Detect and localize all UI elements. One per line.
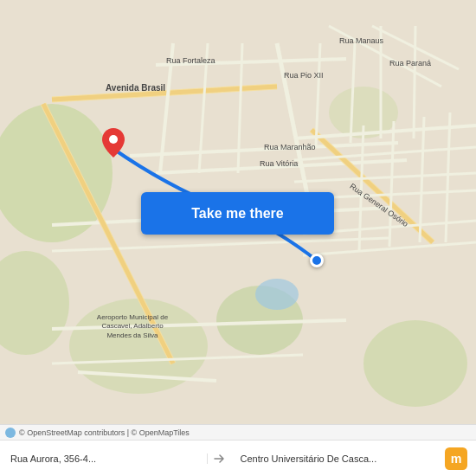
bottom-bar: Rua Aurora, 356-4... Centro Universitári… (0, 440, 476, 476)
location-pin (102, 128, 125, 158)
osm-logo-icon (5, 428, 16, 438)
arrow-icon (211, 451, 227, 466)
copyright-text: © OpenStreetMap contributors | © OpenMap… (19, 428, 190, 437)
svg-point-42 (109, 135, 118, 144)
destination-dot (310, 254, 324, 267)
svg-line-22 (414, 26, 415, 138)
svg-point-7 (255, 279, 299, 310)
map-container: Rua Fortaleza Avenida Brasil Rua Pio XII… (0, 0, 476, 424)
to-address: Centro Universitário De Casca... (230, 453, 437, 464)
take-me-there-button[interactable]: Take me there (141, 192, 334, 235)
from-address: Rua Aurora, 356-4... (0, 453, 208, 464)
moovit-logo: m (436, 447, 476, 470)
svg-text:m: m (451, 452, 462, 466)
svg-point-2 (363, 320, 467, 407)
copyright-bar: © OpenStreetMap contributors | © OpenMap… (0, 424, 476, 440)
